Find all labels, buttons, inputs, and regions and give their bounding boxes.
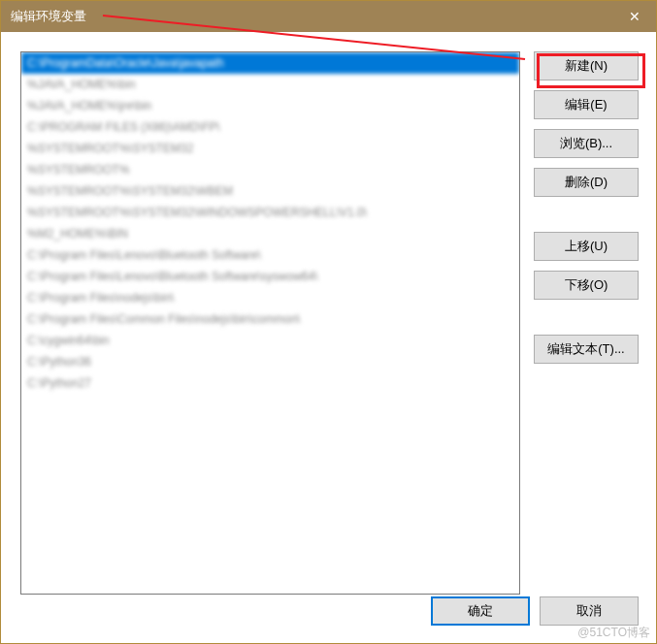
title-bar: 编辑环境变量 ✕ bbox=[1, 1, 656, 32]
dialog-window: 编辑环境变量 ✕ C:\ProgramData\Oracle\Java\java… bbox=[0, 0, 657, 644]
list-item[interactable]: C:\Python36 bbox=[21, 351, 519, 372]
close-button[interactable]: ✕ bbox=[612, 1, 656, 32]
list-item[interactable]: C:\ProgramData\Oracle\Java\javapath bbox=[21, 52, 519, 74]
close-icon: ✕ bbox=[629, 9, 641, 24]
list-item[interactable]: %M2_HOME%\BIN bbox=[21, 223, 519, 244]
list-item[interactable]: %JAVA_HOME%\bin bbox=[21, 74, 519, 95]
edit-button[interactable]: 编辑(E) bbox=[534, 90, 639, 119]
list-item[interactable]: C:\Program Files\Lenovo\Bluetooth Softwa… bbox=[21, 266, 519, 287]
list-item[interactable]: C:\PROGRAM FILES (X86)\AMD\FP\ bbox=[21, 116, 519, 138]
new-button[interactable]: 新建(N) bbox=[534, 51, 639, 80]
list-item[interactable]: %SYSTEMROOT% bbox=[21, 159, 519, 180]
list-item[interactable]: %JAVA_HOME%\jre\bin bbox=[21, 95, 519, 116]
list-item[interactable]: C:\cygwin64\bin bbox=[21, 330, 519, 351]
move-down-button[interactable]: 下移(O) bbox=[534, 271, 639, 300]
list-item[interactable]: C:\Python27 bbox=[21, 372, 519, 394]
side-buttons: 新建(N) 编辑(E) 浏览(B)... 删除(D) 上移(U) 下移(O) 编… bbox=[534, 51, 639, 629]
edit-text-button[interactable]: 编辑文本(T)... bbox=[534, 335, 639, 364]
button-gap-2 bbox=[534, 309, 639, 335]
ok-button[interactable]: 确定 bbox=[431, 596, 530, 626]
cancel-button[interactable]: 取消 bbox=[540, 596, 639, 626]
list-item[interactable]: C:\Program Files\Lenovo\Bluetooth Softwa… bbox=[21, 244, 519, 266]
dialog-footer: 确定 取消 bbox=[431, 596, 639, 626]
delete-button[interactable]: 删除(D) bbox=[534, 168, 639, 197]
move-up-button[interactable]: 上移(U) bbox=[534, 232, 639, 261]
button-gap bbox=[534, 207, 639, 232]
list-item[interactable]: %SYSTEMROOT%\SYSTEM32\WBEM bbox=[21, 180, 519, 202]
dialog-body: C:\ProgramData\Oracle\Java\javapath%JAVA… bbox=[1, 32, 656, 643]
list-item[interactable]: %SYSTEMROOT%\SYSTEM32 bbox=[21, 138, 519, 159]
path-listbox[interactable]: C:\ProgramData\Oracle\Java\javapath%JAVA… bbox=[20, 51, 520, 595]
list-item[interactable]: C:\Program Files\nodejs\bin\ bbox=[21, 287, 519, 308]
list-item[interactable]: %SYSTEMROOT%\SYSTEM32\WINDOWSPOWERSHELL\… bbox=[21, 202, 519, 223]
list-item[interactable]: C:\Program Files\Common Files\nodejs\bin… bbox=[21, 308, 519, 330]
browse-button[interactable]: 浏览(B)... bbox=[534, 129, 639, 158]
window-title: 编辑环境变量 bbox=[11, 8, 86, 25]
